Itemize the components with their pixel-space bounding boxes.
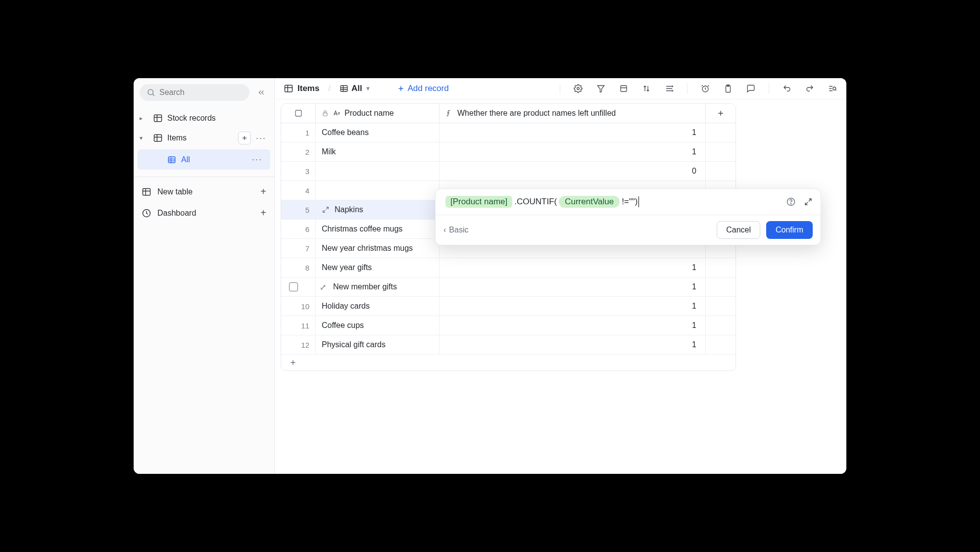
svg-rect-2 [154,115,162,121]
cell-value: 1 [692,147,696,156]
column-label: Product name [344,109,394,118]
empty-cell [706,123,735,142]
table-row[interactable]: 2Milk1 [281,142,735,162]
product-name-cell[interactable]: Holiday cards [316,297,440,316]
row-index-cell[interactable]: 12 [281,335,316,354]
formula-input[interactable]: [Product name] .COUNTIF( CurrentValue !=… [436,189,821,215]
product-name-cell[interactable]: Milk [316,142,440,161]
formula-cell[interactable]: 1 [440,258,706,277]
row-index-cell[interactable]: 11 [281,316,316,335]
new-table-button[interactable]: New table + [134,181,274,202]
cancel-button[interactable]: Cancel [717,221,760,239]
breadcrumb-table[interactable]: Items [284,84,319,93]
product-name-cell[interactable]: New member gifts [316,277,440,296]
help-icon[interactable] [786,197,796,207]
reminder-icon[interactable] [700,84,710,93]
product-name-cell[interactable]: New year christmas mugs [316,239,440,258]
view-options-button[interactable]: ··· [250,153,264,166]
divider [687,83,687,94]
breadcrumb-view[interactable]: All ▼ [340,84,371,93]
expand-icon[interactable] [804,197,813,206]
product-name-cell[interactable]: Coffee cups [316,316,440,335]
product-name-cell[interactable]: Physical gift cards [316,335,440,354]
dashboard-button[interactable]: Dashboard + [134,202,274,224]
svg-line-41 [835,90,836,91]
column-header-product-name[interactable]: Product name [316,104,440,123]
add-column-button[interactable] [706,104,735,123]
back-to-basic-button[interactable]: ‹ Basic [443,226,468,234]
grid-container: Product name Whether there are product n… [275,99,846,474]
formula-cell[interactable]: 1 [440,335,706,354]
empty-cell [706,316,735,335]
table-row[interactable]: 11Coffee cups1 [281,316,735,335]
row-index-cell[interactable]: 4 [281,181,316,200]
settings-icon[interactable] [573,84,583,93]
svg-point-51 [790,204,791,204]
field-reference-chip[interactable]: [Product name] [445,196,512,208]
row-index-cell[interactable]: 5 [281,200,316,219]
svg-rect-21 [341,86,347,92]
table-row[interactable]: 8New year gifts1 [281,258,735,277]
undo-icon[interactable] [782,84,792,93]
group-icon[interactable] [619,84,629,93]
product-name-cell[interactable]: Coffee beans [316,123,440,142]
select-all-header[interactable] [281,104,316,123]
formula-cell[interactable]: 1 [440,123,706,142]
table-row[interactable]: 1Coffee beans1 [281,123,735,142]
row-index-cell[interactable]: 10 [281,297,316,316]
search-box[interactable] [140,84,249,101]
sidebar-table-items[interactable]: ▾ Items ··· [134,128,274,148]
toolbar: Items / All ▼ Add record [275,78,846,99]
svg-marker-28 [597,86,604,92]
column-header-formula[interactable]: Whether there are product names left unf… [440,104,706,123]
chevron-down-icon: ▾ [140,135,148,141]
redo-icon[interactable] [805,84,815,93]
table-row[interactable]: 12Physical gift cards1 [281,335,735,355]
row-index-cell[interactable]: 8 [281,258,316,277]
product-name-cell[interactable]: New year gifts [316,258,440,277]
cell-value: 1 [692,321,696,330]
row-index-cell[interactable]: 7 [281,239,316,258]
formula-cell[interactable]: 1 [440,142,706,161]
breadcrumb-table-label: Items [297,84,319,93]
sidebar-table-stock-records[interactable]: ▸ Stock records [134,109,274,128]
empty-cell [706,297,735,316]
confirm-button[interactable]: Confirm [766,221,813,239]
formula-cell[interactable]: 0 [440,162,706,181]
add-view-button[interactable] [238,132,251,144]
grid-view-icon [167,155,176,164]
add-record-button[interactable]: Add record [397,84,449,93]
sidebar-view-all[interactable]: All ··· [138,149,270,170]
formula-cell[interactable]: 1 [440,277,706,296]
row-index-cell[interactable]: 9 [281,277,316,296]
current-value-chip[interactable]: CurrentValue [559,196,620,208]
row-index-cell[interactable]: 3 [281,162,316,181]
table-row[interactable]: 10Holiday cards1 [281,297,735,316]
product-name-cell[interactable] [316,181,440,200]
table-row[interactable]: 9New member gifts1 [281,277,735,297]
row-index-cell[interactable]: 2 [281,142,316,161]
formula-cell[interactable]: 1 [440,316,706,335]
table-row[interactable]: 30 [281,162,735,181]
comment-icon[interactable] [746,84,756,93]
product-name-cell[interactable]: Christmas coffee mugs [316,220,440,238]
expand-record-icon[interactable] [322,206,330,214]
table-options-button[interactable]: ··· [254,132,268,144]
row-index-cell[interactable]: 1 [281,123,316,142]
find-icon[interactable] [828,84,837,93]
formula-cell[interactable]: 1 [440,297,706,316]
add-row-button[interactable] [281,355,735,370]
empty-cell [706,335,735,354]
row-height-icon[interactable] [664,84,674,93]
clipboard-icon[interactable] [723,84,733,93]
search-input[interactable] [159,88,243,97]
collapse-sidebar-button[interactable] [254,86,268,99]
product-name-cell[interactable]: Napkins [316,200,440,219]
empty-cell [706,258,735,277]
sidebar-table-label: Stock records [167,114,216,123]
breadcrumb-view-label: All [351,84,362,93]
row-index-cell[interactable]: 6 [281,220,316,238]
product-name-cell[interactable] [316,162,440,181]
sort-icon[interactable] [641,84,651,93]
filter-icon[interactable] [596,84,606,93]
